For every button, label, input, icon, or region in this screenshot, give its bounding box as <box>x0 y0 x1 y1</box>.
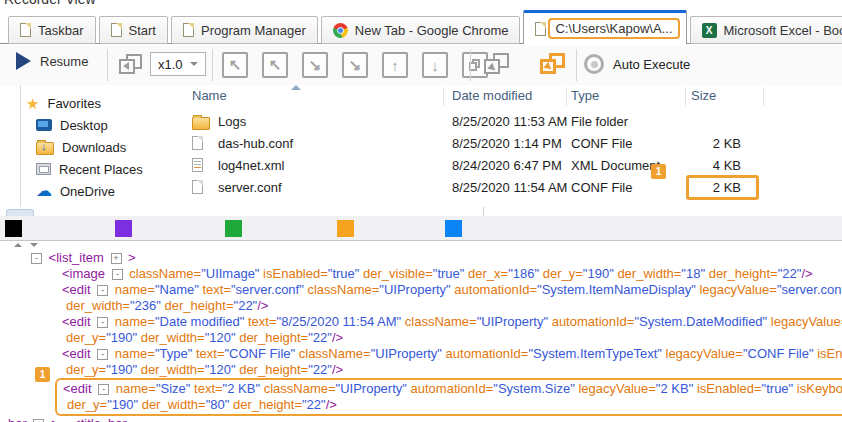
tab-c-users-kapow-a-[interactable]: C:\Users\Kapow\A... <box>523 10 686 44</box>
sidebar-item-recent-places[interactable]: Recent Places <box>26 158 178 180</box>
tree-token-attr: isEnabled= <box>693 381 761 396</box>
tree-token-attr: der_visible= <box>359 266 432 281</box>
tree-token-val: "120" <box>205 362 236 377</box>
tree-token-attr: automationId= <box>548 314 634 329</box>
resume-button[interactable]: Resume <box>16 52 88 70</box>
tree-token-tag: <edit <box>63 381 95 396</box>
chevron-down-icon <box>190 62 198 66</box>
tree-node-line[interactable]: <edit - name="Date modified" text="8/25/… <box>0 314 842 330</box>
date-modified: 8/24/2020 6:47 PM <box>452 158 562 173</box>
tree-token-val: "Name" <box>155 282 199 297</box>
open-target-page-icon[interactable] <box>540 53 566 76</box>
color-swatch-4[interactable] <box>337 220 354 237</box>
table-row-logs[interactable]: Logs8/25/2020 11:53 AMFile folder <box>185 111 842 133</box>
tree-node-line[interactable]: - <list_item + > <box>0 250 842 266</box>
column-header-date-modified[interactable]: Date modified <box>452 88 532 103</box>
tree-token-attr: className= <box>260 381 336 396</box>
file-name: das-hub.conf <box>218 136 293 151</box>
date-modified: 8/25/2020 11:53 AM <box>452 114 567 129</box>
tree-token-val: "Size" <box>156 381 191 396</box>
downloads-icon <box>36 142 54 155</box>
table-row-log4net-xml[interactable]: log4net.xml8/24/2020 6:47 PMXML Document… <box>185 155 842 177</box>
scroll-up-icon[interactable] <box>14 243 22 247</box>
tree-token-val: "8/25/2020 11:54 AM" <box>277 314 402 329</box>
table-row-das-hub-conf[interactable]: das-hub.conf8/25/2020 1:14 PMCONF File2 … <box>185 133 842 155</box>
tree-node-line[interactable]: <edit - name="Type" text="CONF File" cla… <box>0 346 842 362</box>
tree-node-line[interactable]: der_y="190" der_width="80" der_height="2… <box>63 397 842 413</box>
tree-token-attr: der_y= <box>67 397 107 412</box>
tree-token-attr: text= <box>199 282 231 297</box>
file-name: log4net.xml <box>218 158 284 173</box>
tree-token-tag: /> <box>326 397 337 412</box>
toolbar-separator <box>107 49 108 81</box>
window-edge-line <box>483 207 484 216</box>
collapse-box-icon[interactable]: - <box>97 349 108 360</box>
tree-node-line[interactable]: <edit - name="Name" text="server.conf" c… <box>0 282 842 298</box>
color-swatch-3[interactable] <box>225 220 242 237</box>
tree-node-line[interactable]: <edit - name="Size" text="2 KB" classNam… <box>63 381 842 397</box>
tab-microsoft-excel-book1-xlsx[interactable]: XMicrosoft Excel - Book1.xlsx <box>690 16 842 44</box>
tab-program-manager[interactable]: Program Manager <box>171 16 318 44</box>
extract-page-icon[interactable] <box>484 53 510 76</box>
toolbar-separator <box>470 49 471 81</box>
tree-node-line[interactable]: der_y="190" der_width="120" der_height="… <box>0 362 842 378</box>
collapse-box-icon[interactable]: - <box>98 384 109 395</box>
tree-node-line[interactable]: der_width="236" der_height="22"/> <box>0 298 842 314</box>
tree-token-val: "UIProperty" <box>379 282 450 297</box>
tree-token-attr: isKeyboardFocusa <box>793 381 842 396</box>
tree-token-attr: der_width= <box>137 362 205 377</box>
tree-token-attr: der_width= <box>138 397 206 412</box>
expand-box-icon[interactable]: + <box>111 253 122 264</box>
step-backward-icon: ↖ <box>269 56 282 74</box>
collapse-box-icon[interactable]: - <box>31 253 42 264</box>
jump-forward-button[interactable]: ↘ <box>342 52 368 78</box>
sidebar-item-onedrive[interactable]: ☁OneDrive <box>26 180 178 202</box>
tree-token-val: "190" <box>583 266 614 281</box>
tree-token-val: "22" <box>308 362 332 377</box>
collapse-box-icon[interactable]: - <box>112 269 123 280</box>
speed-select[interactable]: x1.0 <box>150 52 206 76</box>
column-header-type[interactable]: Type <box>571 88 599 103</box>
sidebar-item-downloads[interactable]: Downloads <box>26 136 178 158</box>
color-swatch-2[interactable] <box>115 220 132 237</box>
jump-backward-button[interactable]: ↖ <box>222 52 248 78</box>
column-header-name[interactable]: Name <box>192 88 227 103</box>
tab-taskbar[interactable]: Taskbar <box>8 16 96 44</box>
file-type: CONF File <box>571 136 632 151</box>
step-backward-button[interactable]: ↖ <box>262 52 288 78</box>
tree-node-line[interactable]: bar + > <title_bar <box>0 416 842 422</box>
desktop-icon <box>36 119 52 131</box>
device-tab-bar: TaskbarStartProgram ManagerNew Tab - Goo… <box>0 10 842 44</box>
tree-token-val: "server.conf" <box>777 282 842 297</box>
page-title: Recorder View <box>4 0 96 7</box>
tree-token-val: "UIImage" <box>201 266 259 281</box>
step-down-button[interactable]: ↓ <box>422 52 448 78</box>
tree-token-val: "UIProperty" <box>477 314 548 329</box>
sidebar-item-favorites[interactable]: ★Favorites <box>26 92 178 114</box>
tab-start[interactable]: Start <box>99 16 168 44</box>
column-header-size[interactable]: Size <box>691 88 716 103</box>
tree-token-tag: <image <box>62 266 109 281</box>
tree-token-attr: der_height= <box>229 397 302 412</box>
tree-token-attr: der_height= <box>236 362 309 377</box>
step-forward-icon: ↘ <box>309 56 322 74</box>
color-swatch-5[interactable] <box>445 220 462 237</box>
sidebar-item-label: Downloads <box>62 140 126 155</box>
color-swatch-1[interactable] <box>5 220 22 237</box>
tree-token-val: "true" <box>328 266 360 281</box>
sidebar-item-label: Recent Places <box>59 162 143 177</box>
sidebar-item-desktop[interactable]: Desktop <box>26 114 178 136</box>
step-up-button[interactable]: ↑ <box>382 52 408 78</box>
tree-token-attr: legacyValue= <box>767 314 842 329</box>
collapse-box-icon[interactable]: - <box>97 317 108 328</box>
scroll-down-icon[interactable] <box>30 243 38 247</box>
collapse-box-icon[interactable]: - <box>97 285 108 296</box>
tree-token-attr: der_height= <box>705 266 778 281</box>
tree-token-attr: className= <box>401 314 477 329</box>
auto-execute-toggle[interactable]: Auto Execute <box>584 54 690 74</box>
tree-node-line[interactable]: der_y="190" der_width="120" der_height="… <box>0 330 842 346</box>
tab-new-tab-google-chrome[interactable]: New Tab - Google Chrome <box>321 16 521 44</box>
tree-node-line[interactable]: <image - className="UIImage" isEnabled="… <box>0 266 842 282</box>
tree-token-val: "18" <box>681 266 705 281</box>
step-forward-button[interactable]: ↘ <box>302 52 328 78</box>
